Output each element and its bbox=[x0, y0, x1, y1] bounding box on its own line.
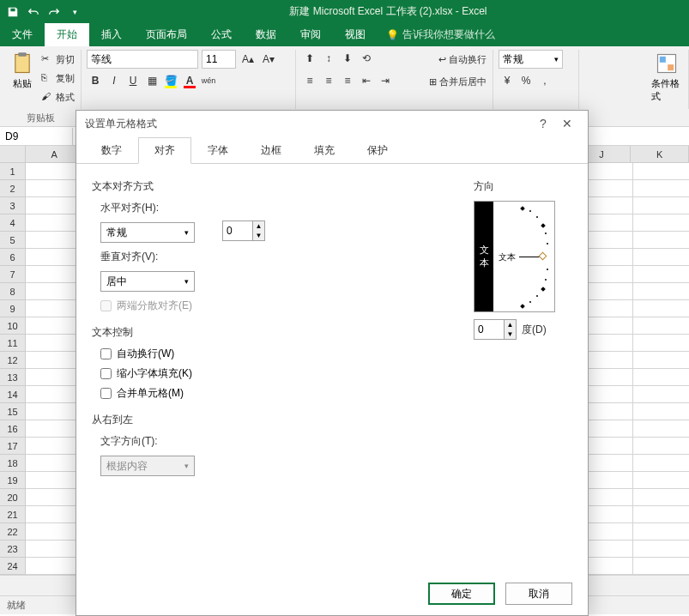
degree-spinner[interactable]: ▲▼ bbox=[474, 319, 517, 340]
paste-button[interactable]: 粘贴 bbox=[5, 50, 39, 106]
tab-formulas[interactable]: 公式 bbox=[199, 23, 244, 46]
tab-view[interactable]: 视图 bbox=[333, 23, 378, 46]
align-left-icon[interactable]: ≡ bbox=[301, 72, 318, 89]
tab-file[interactable]: 文件 bbox=[0, 23, 45, 46]
decrease-indent-icon[interactable]: ⇤ bbox=[358, 72, 375, 89]
orientation-control[interactable]: 文本 文本 bbox=[474, 201, 555, 312]
decrease-font-icon[interactable]: A▾ bbox=[260, 51, 277, 68]
row-header[interactable]: 13 bbox=[0, 369, 26, 386]
align-top-icon[interactable]: ⬆ bbox=[301, 50, 318, 67]
row-header[interactable]: 3 bbox=[0, 197, 26, 214]
row-header[interactable]: 24 bbox=[0, 558, 26, 575]
tab-review[interactable]: 审阅 bbox=[288, 23, 333, 46]
align-right-icon[interactable]: ≡ bbox=[339, 72, 356, 89]
row-header[interactable]: 5 bbox=[0, 232, 26, 249]
align-middle-icon[interactable]: ↕ bbox=[320, 50, 337, 67]
vertical-align-select[interactable]: 居中▾ bbox=[100, 271, 195, 292]
indent-value[interactable] bbox=[223, 225, 252, 237]
italic-icon[interactable]: I bbox=[106, 72, 123, 89]
dlg-tab-border[interactable]: 边框 bbox=[245, 137, 298, 164]
wrap-text-button[interactable]: ↩自动换行 bbox=[437, 50, 488, 69]
row-header[interactable]: 19 bbox=[0, 472, 26, 489]
orientation-vertical-text[interactable]: 文本 bbox=[474, 202, 493, 311]
merge-input[interactable] bbox=[100, 388, 112, 399]
border-icon[interactable]: ▦ bbox=[143, 72, 160, 89]
row-header[interactable]: 23 bbox=[0, 541, 26, 558]
indent-up-icon[interactable]: ▲ bbox=[253, 221, 264, 231]
number-format-select[interactable]: 常规▾ bbox=[499, 50, 563, 69]
row-header[interactable]: 18 bbox=[0, 455, 26, 472]
row-header[interactable]: 1 bbox=[0, 163, 26, 180]
row-header[interactable]: 7 bbox=[0, 266, 26, 283]
bold-icon[interactable]: B bbox=[87, 72, 104, 89]
tell-me-search[interactable]: 💡 告诉我你想要做什么 bbox=[386, 23, 495, 46]
comma-icon[interactable]: , bbox=[536, 72, 553, 89]
align-center-icon[interactable]: ≡ bbox=[320, 72, 337, 89]
row-header[interactable]: 22 bbox=[0, 523, 26, 541]
format-painter-button[interactable]: 🖌格式 bbox=[39, 88, 76, 106]
degree-down-icon[interactable]: ▼ bbox=[505, 329, 516, 339]
currency-icon[interactable]: ¥ bbox=[499, 72, 516, 89]
copy-button[interactable]: ⎘复制 bbox=[39, 69, 76, 88]
cancel-button[interactable]: 取消 bbox=[505, 583, 572, 605]
tab-page-layout[interactable]: 页面布局 bbox=[134, 23, 199, 46]
dlg-tab-font[interactable]: 字体 bbox=[191, 137, 245, 164]
degree-value[interactable] bbox=[474, 323, 504, 335]
dialog-help-button[interactable]: ? bbox=[531, 117, 555, 130]
row-header[interactable]: 2 bbox=[0, 180, 26, 197]
orientation-dial[interactable]: 文本 bbox=[493, 202, 554, 311]
undo-icon[interactable] bbox=[26, 4, 41, 20]
dialog-close-button[interactable]: ✕ bbox=[555, 117, 579, 130]
font-name-select[interactable] bbox=[87, 50, 198, 69]
row-header[interactable]: 10 bbox=[0, 317, 26, 335]
ok-button[interactable]: 确定 bbox=[428, 583, 495, 605]
increase-font-icon[interactable]: A▴ bbox=[239, 51, 257, 68]
save-icon[interactable] bbox=[5, 4, 21, 20]
row-header[interactable]: 11 bbox=[0, 335, 26, 352]
shrink-to-fit-checkbox[interactable]: 缩小字体填充(K) bbox=[100, 366, 456, 381]
font-size-select[interactable] bbox=[202, 50, 236, 69]
phonetic-icon[interactable]: wén bbox=[200, 72, 217, 89]
row-header[interactable]: 12 bbox=[0, 352, 26, 369]
wrap-text-checkbox[interactable]: 自动换行(W) bbox=[100, 347, 456, 361]
row-header[interactable]: 21 bbox=[0, 506, 26, 523]
indent-down-icon[interactable]: ▼ bbox=[253, 231, 264, 240]
tab-insert[interactable]: 插入 bbox=[89, 23, 134, 46]
row-header[interactable]: 20 bbox=[0, 489, 26, 506]
select-all-corner[interactable] bbox=[0, 146, 26, 163]
tab-data[interactable]: 数据 bbox=[244, 23, 288, 46]
cut-button[interactable]: ✂剪切 bbox=[39, 50, 76, 69]
row-header[interactable]: 9 bbox=[0, 300, 26, 317]
row-header[interactable]: 8 bbox=[0, 283, 26, 300]
text-direction-select[interactable]: 根据内容▾ bbox=[100, 456, 195, 476]
redo-icon[interactable] bbox=[46, 4, 62, 20]
dlg-tab-protection[interactable]: 保护 bbox=[351, 137, 404, 164]
align-bottom-icon[interactable]: ⬇ bbox=[339, 50, 356, 67]
merge-cells-checkbox[interactable]: 合并单元格(M) bbox=[100, 386, 456, 401]
fill-color-icon[interactable]: 🪣 bbox=[162, 72, 179, 89]
row-header[interactable]: 4 bbox=[0, 214, 26, 232]
orientation-icon[interactable]: ⟲ bbox=[358, 50, 375, 67]
shrink-input[interactable] bbox=[100, 368, 112, 379]
degree-up-icon[interactable]: ▲ bbox=[505, 320, 516, 329]
indent-spinner[interactable]: ▲▼ bbox=[222, 220, 265, 241]
font-color-icon[interactable]: A bbox=[181, 72, 198, 89]
wrap-text-input[interactable] bbox=[100, 348, 112, 359]
qat-dropdown-icon[interactable]: ▾ bbox=[67, 4, 82, 20]
row-header[interactable]: 14 bbox=[0, 386, 26, 403]
row-header[interactable]: 17 bbox=[0, 438, 26, 455]
underline-icon[interactable]: U bbox=[124, 72, 142, 89]
name-box[interactable]: D9 bbox=[0, 128, 73, 145]
dlg-tab-number[interactable]: 数字 bbox=[85, 137, 138, 164]
row-header[interactable]: 16 bbox=[0, 420, 26, 438]
tab-home[interactable]: 开始 bbox=[45, 23, 89, 46]
percent-icon[interactable]: % bbox=[517, 72, 535, 89]
dlg-tab-alignment[interactable]: 对齐 bbox=[138, 137, 191, 164]
orientation-handle[interactable] bbox=[539, 252, 547, 261]
increase-indent-icon[interactable]: ⇥ bbox=[377, 72, 394, 89]
row-header[interactable]: 6 bbox=[0, 249, 26, 266]
dlg-tab-fill[interactable]: 填充 bbox=[298, 137, 351, 164]
row-header[interactable]: 15 bbox=[0, 403, 26, 420]
merge-center-button[interactable]: ⊞合并后居中 bbox=[427, 72, 488, 91]
horizontal-align-select[interactable]: 常规▾ bbox=[100, 222, 195, 243]
